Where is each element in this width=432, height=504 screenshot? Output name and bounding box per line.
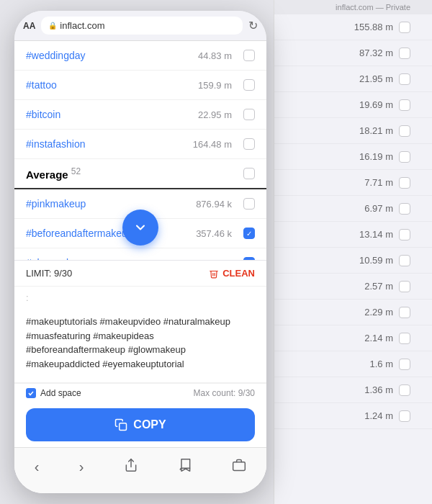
right-panel-checkbox[interactable] bbox=[399, 125, 410, 137]
hashtag-checkbox[interactable] bbox=[243, 198, 255, 210]
right-panel-value: 6.97 m bbox=[364, 203, 393, 214]
max-count-text: Max count: 9/30 bbox=[194, 388, 255, 398]
hashtag-checkbox[interactable] bbox=[243, 257, 255, 260]
right-panel-value: 1.6 m bbox=[369, 359, 393, 369]
right-panel-checkbox[interactable] bbox=[399, 281, 410, 292]
right-panel-item: 21.95 m bbox=[274, 66, 432, 92]
hashtag-link[interactable]: #glowmakeup bbox=[26, 257, 88, 260]
right-panel-item: 155.88 m bbox=[274, 14, 432, 40]
right-panel-value: 1.36 m bbox=[364, 384, 393, 395]
clean-label: CLEAN bbox=[222, 268, 255, 279]
hashtag-link[interactable]: #pinkmakeup bbox=[26, 198, 86, 210]
hashtag-count: 22.95 m bbox=[198, 109, 232, 120]
right-panel-checkbox[interactable] bbox=[399, 333, 410, 344]
right-panel-checkbox[interactable] bbox=[399, 229, 410, 240]
add-space-text: Add space bbox=[40, 388, 81, 398]
right-panel-value: 10.59 m bbox=[359, 255, 393, 266]
right-panel-checkbox[interactable] bbox=[399, 151, 410, 163]
hashtag-count: 44.83 m bbox=[198, 50, 232, 61]
clean-button[interactable]: CLEAN bbox=[209, 268, 255, 279]
right-panel-checkbox[interactable] bbox=[399, 384, 410, 396]
browser-bar: AA 🔒 inflact.com ↻ bbox=[14, 11, 266, 41]
right-panel-checkbox[interactable] bbox=[399, 359, 410, 370]
bottom-panel-header: LIMIT: 9/30 CLEAN bbox=[14, 261, 266, 287]
hashtag-checkbox[interactable] bbox=[243, 109, 255, 120]
average-section: Average 52 bbox=[14, 159, 266, 189]
right-panel-item: 10.59 m bbox=[274, 248, 432, 274]
hashtag-link[interactable]: #beforeandaftermakeup bbox=[26, 228, 133, 239]
hashtag-count: 728.99 k bbox=[196, 258, 232, 261]
hashtag-row: #glowmakeup 728.99 k bbox=[14, 248, 266, 260]
hashtag-row: #tattoo 159.9 m bbox=[14, 71, 266, 100]
right-panel-value: 1.24 m bbox=[364, 410, 393, 421]
right-panel-item: 6.97 m bbox=[274, 196, 432, 222]
right-panel-checkbox[interactable] bbox=[399, 203, 410, 215]
tabs-button[interactable] bbox=[220, 455, 258, 479]
right-panel-header: inflact.com — Private bbox=[274, 0, 432, 14]
share-button[interactable] bbox=[112, 455, 150, 479]
right-panel-checkbox[interactable] bbox=[399, 73, 410, 85]
hashtag-count: 164.48 m bbox=[193, 139, 232, 150]
copy-button[interactable]: COPY bbox=[26, 408, 255, 441]
right-panel-value: 155.88 m bbox=[354, 22, 393, 32]
chevron-down-button[interactable] bbox=[122, 210, 158, 246]
right-panel-value: 2.57 m bbox=[364, 281, 393, 292]
right-panel-checkbox[interactable] bbox=[399, 255, 410, 266]
right-panel-checkbox[interactable] bbox=[399, 22, 410, 33]
right-panel-item: 1.36 m bbox=[274, 377, 432, 403]
hashtag-row: #bitcoin 22.95 m bbox=[14, 100, 266, 130]
bottom-panel-footer: Add space Max count: 9/30 bbox=[14, 383, 266, 402]
hashtag-checkbox[interactable] bbox=[243, 138, 255, 150]
hashtag-row: #instafashion 164.48 m bbox=[14, 130, 266, 159]
right-panel-checkbox[interactable] bbox=[399, 410, 410, 422]
right-panel-item: 13.14 m bbox=[274, 222, 432, 248]
hashtag-link[interactable]: #instafashion bbox=[26, 138, 86, 150]
hashtag-textarea[interactable]: #makeuptutorials #makeupvideo #naturalma… bbox=[14, 306, 266, 379]
hashtag-link[interactable]: #bitcoin bbox=[26, 109, 60, 120]
right-panel-value: 7.71 m bbox=[364, 177, 393, 188]
right-panel-checkbox[interactable] bbox=[399, 99, 410, 111]
hashtag-count: 876.94 k bbox=[196, 199, 232, 210]
add-space-checkbox[interactable] bbox=[26, 388, 36, 398]
bookmarks-button[interactable] bbox=[166, 455, 204, 479]
right-panel-url: inflact.com — Private bbox=[336, 3, 410, 12]
back-button[interactable]: ‹ bbox=[23, 456, 51, 478]
lock-icon: 🔒 bbox=[48, 22, 57, 30]
right-panel: inflact.com — Private 155.88 m 87.32 m 2… bbox=[274, 0, 432, 504]
browser-url-bar[interactable]: 🔒 inflact.com bbox=[41, 17, 243, 35]
average-checkbox[interactable] bbox=[243, 168, 255, 179]
hashtag-count: 357.46 k bbox=[196, 228, 232, 239]
right-panel-item: 1.24 m bbox=[274, 403, 432, 429]
hashtag-checkbox[interactable] bbox=[243, 79, 255, 91]
refresh-icon[interactable]: ↻ bbox=[248, 19, 258, 32]
add-space-label[interactable]: Add space bbox=[26, 388, 81, 398]
bottom-nav: ‹ › bbox=[14, 447, 266, 493]
right-panel-value: 2.14 m bbox=[364, 333, 393, 343]
browser-aa-label: AA bbox=[23, 21, 35, 31]
right-panel-value: 16.19 m bbox=[359, 151, 393, 162]
hashtag-checkbox[interactable] bbox=[243, 228, 255, 239]
right-panel-checkbox[interactable] bbox=[399, 177, 410, 189]
right-panel-value: 19.69 m bbox=[359, 99, 393, 110]
right-panel-value: 87.32 m bbox=[359, 48, 393, 58]
right-panel-items: 155.88 m 87.32 m 21.95 m 19.69 m 18.21 m… bbox=[274, 14, 432, 429]
right-panel-item: 2.14 m bbox=[274, 325, 432, 351]
bottom-panel: LIMIT: 9/30 CLEAN : #makeuptutorials #ma… bbox=[14, 260, 266, 493]
browser-url-text: inflact.com bbox=[60, 20, 104, 31]
copy-label: COPY bbox=[133, 418, 166, 431]
right-panel-item: 87.32 m bbox=[274, 40, 432, 66]
average-label: Average 52 bbox=[26, 166, 81, 181]
hashtag-checkbox[interactable] bbox=[243, 50, 255, 61]
limit-text: LIMIT: 9/30 bbox=[26, 268, 72, 279]
right-panel-checkbox[interactable] bbox=[399, 48, 410, 59]
forward-button[interactable]: › bbox=[68, 456, 96, 478]
hashtag-link[interactable]: #weddingday bbox=[26, 50, 86, 61]
right-panel-item: 18.21 m bbox=[274, 118, 432, 144]
right-panel-item: 2.29 m bbox=[274, 300, 432, 325]
hashtag-row: #weddingday 44.83 m bbox=[14, 41, 266, 71]
right-panel-checkbox[interactable] bbox=[399, 307, 410, 318]
hashtag-count: 159.9 m bbox=[198, 80, 232, 91]
hashtag-list-top: #weddingday 44.83 m #tattoo 159.9 m #bit… bbox=[14, 41, 266, 159]
right-panel-value: 2.29 m bbox=[364, 307, 393, 318]
hashtag-link[interactable]: #tattoo bbox=[26, 79, 57, 91]
